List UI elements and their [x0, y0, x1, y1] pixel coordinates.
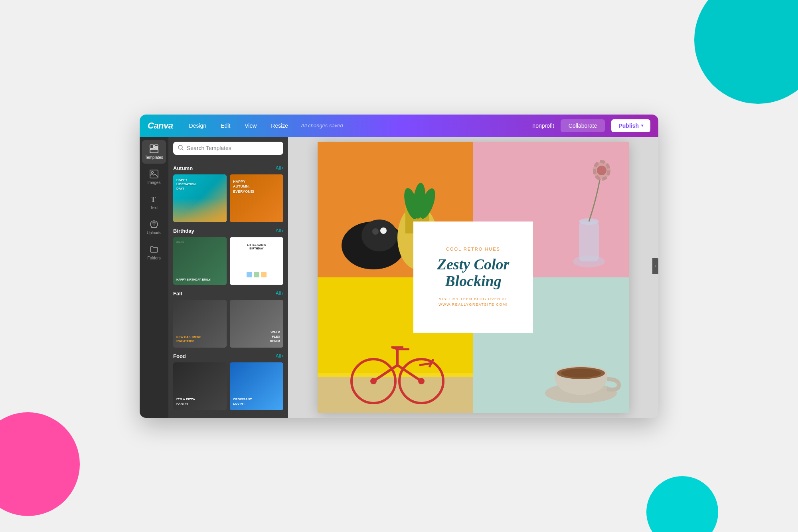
search-box[interactable] [173, 142, 283, 155]
section-fall: Fall All › NEW CASHMERESWEATERS! [173, 291, 283, 348]
section-header-birthday: Birthday All › [173, 228, 283, 234]
template-card-fall2[interactable]: WALKFLEXDENIM [230, 300, 283, 348]
save-status: All changes saved [301, 123, 523, 129]
svg-rect-3 [150, 149, 158, 153]
template-card-bday1[interactable]: IMAGE HAPPY BIRTHDAY, EMILY! [173, 237, 227, 285]
section-food: Food All › IT'S A PIZZAPARTY! [173, 353, 283, 410]
bg-decoration-teal2 [646, 476, 718, 532]
nav-edit[interactable]: Edit [217, 121, 233, 131]
chevron-right-icon: › [282, 291, 283, 296]
section-title-birthday: Birthday [173, 228, 194, 234]
collaborate-button[interactable]: Collaborate [561, 119, 605, 132]
template-card-food1[interactable]: IT'S A PIZZAPARTY! [173, 362, 227, 410]
section-title-fall: Fall [173, 291, 182, 297]
publish-label: Publish [618, 123, 639, 129]
chevron-right-icon: › [282, 353, 283, 359]
uploads-icon [149, 220, 159, 229]
nonprofit-label: nonprofit [532, 123, 554, 129]
nav-resize[interactable]: Resize [268, 121, 291, 131]
topbar: Canva Design Edit View Resize All change… [140, 115, 658, 137]
autumn-template-grid: HAPPYLIBERATIONDAY! HAPPYAUTUMN,EVERYONE… [173, 174, 283, 222]
section-header-autumn: Autumn All › [173, 165, 283, 171]
card-body: VISIT MY TEEN BLOG OVER AT WWW.REALLYGRE… [439, 296, 508, 308]
templates-scroll[interactable]: Autumn All › HAPPYLIBERATIONDAY! [168, 160, 288, 418]
sidebar-item-text[interactable]: T Text [142, 190, 166, 214]
template-card-autumn1[interactable]: HAPPYLIBERATIONDAY! [173, 174, 227, 222]
food-template-grid: IT'S A PIZZAPARTY! CROISSANTLOVIN'! [173, 362, 283, 410]
svg-rect-1 [154, 145, 158, 146]
topbar-nav: Design Edit View Resize [186, 121, 292, 131]
section-title-food: Food [173, 353, 186, 359]
sidebar-item-folders[interactable]: Folders [142, 241, 166, 264]
chevron-right-icon: › [282, 165, 283, 171]
uploads-label: Uploads [147, 231, 162, 235]
svg-rect-21 [579, 222, 599, 261]
svg-point-11 [361, 220, 397, 251]
svg-rect-2 [154, 147, 158, 148]
svg-point-12 [372, 228, 379, 235]
bg-decoration-teal [694, 0, 798, 104]
templates-panel: Autumn All › HAPPYLIBERATIONDAY! [168, 137, 288, 418]
template-card-bday2[interactable]: LITTLE SAM'SBIRTHDAY [230, 237, 283, 285]
section-header-food: Food All › [173, 353, 283, 359]
images-label: Images [148, 180, 161, 185]
folders-icon [149, 245, 159, 254]
icon-sidebar: Templates Images T Text [140, 137, 168, 418]
publish-button[interactable]: Publish ▾ [611, 119, 650, 132]
fall-template-grid: NEW CASHMERESWEATERS! WALKFLEXDENIM [173, 300, 283, 348]
bg-decoration-pink [0, 412, 80, 516]
birthday-template-grid: IMAGE HAPPY BIRTHDAY, EMILY! LITTLE SAM'… [173, 237, 283, 285]
design-canvas: COOL RETRO HUES Zesty Color Blocking VIS… [318, 142, 629, 413]
svg-rect-0 [150, 145, 154, 148]
section-all-birthday[interactable]: All › [276, 228, 283, 233]
section-header-fall: Fall All › [173, 291, 283, 297]
card-title: Zesty Color Blocking [423, 256, 523, 290]
template-card-autumn2[interactable]: HAPPYAUTUMN,EVERYONE! [230, 174, 283, 222]
chevron-right-icon: › [282, 228, 283, 233]
folders-label: Folders [147, 256, 160, 260]
nav-design[interactable]: Design [186, 121, 210, 131]
text-label: Text [150, 206, 158, 210]
text-icon: T [149, 194, 159, 204]
templates-label: Templates [145, 155, 163, 160]
templates-icon [149, 144, 159, 154]
nav-view[interactable]: View [241, 121, 260, 131]
svg-point-37 [561, 369, 601, 378]
canvas-area: COOL RETRO HUES Zesty Color Blocking VIS… [288, 137, 658, 418]
section-all-food[interactable]: All › [276, 353, 283, 359]
search-icon [178, 145, 184, 152]
svg-point-24 [597, 166, 606, 175]
sidebar-item-uploads[interactable]: Uploads [142, 216, 166, 239]
svg-text:T: T [151, 196, 156, 204]
section-birthday: Birthday All › IMAGE HAPPY BIRTHDAY, EMI… [173, 228, 283, 285]
app-logo: Canva [148, 121, 173, 131]
chevron-down-icon: ▾ [641, 123, 643, 128]
section-title-autumn: Autumn [173, 165, 193, 171]
section-all-fall[interactable]: All › [276, 291, 283, 296]
sidebar-item-images[interactable]: Images [142, 165, 166, 189]
svg-point-13 [380, 227, 387, 234]
svg-point-5 [152, 171, 154, 173]
main-area: Templates Images T Text [140, 137, 658, 418]
template-card-fall1[interactable]: NEW CASHMERESWEATERS! [173, 300, 227, 348]
template-card-food2[interactable]: CROISSANTLOVIN'! [230, 362, 283, 410]
search-container [168, 137, 288, 160]
section-autumn: Autumn All › HAPPYLIBERATIONDAY! [173, 165, 283, 222]
search-input[interactable] [187, 145, 279, 151]
images-icon [149, 169, 159, 179]
app-window: Canva Design Edit View Resize All change… [140, 115, 658, 418]
card-subtitle: COOL RETRO HUES [446, 247, 500, 251]
section-all-autumn[interactable]: All › [276, 165, 283, 171]
topbar-right: nonprofit Collaborate Publish ▾ [532, 119, 650, 132]
sidebar-item-templates[interactable]: Templates [142, 140, 166, 164]
center-card: COOL RETRO HUES Zesty Color Blocking VIS… [413, 222, 533, 333]
